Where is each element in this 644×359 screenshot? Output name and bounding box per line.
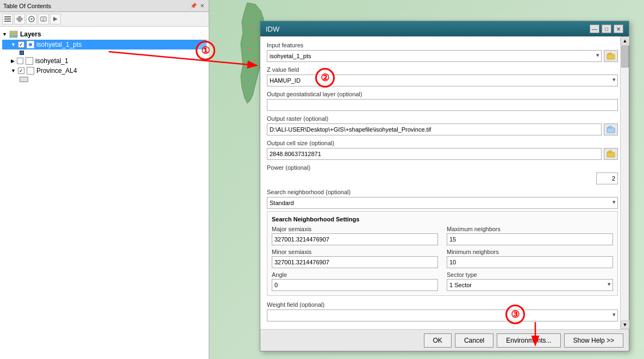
search-neighborhood-label: Search neighborhood (optional) [267,189,618,195]
output-raster-input[interactable] [267,123,602,135]
power-input[interactable] [596,172,618,184]
ok-button[interactable]: OK [424,333,452,348]
dialog-close-btn[interactable]: ✕ [614,24,623,33]
environments-button[interactable]: Environments... [497,333,560,348]
annotation-circle-1: ① [196,41,215,60]
toc-toolbar-btn-5[interactable] [50,14,61,24]
layer-icon-pts [27,41,34,48]
folder-icon-2 [607,126,615,133]
layer-checkbox-1[interactable] [18,41,24,48]
layer-item-province[interactable]: ▼ Province_AL4 [2,66,207,76]
dialog-titlebar: IDW — □ ✕ [260,21,629,36]
dialog-maximize-btn[interactable]: □ [602,24,611,33]
input-features-label: Input features [267,42,618,48]
output-cell-browse-btn[interactable] [604,148,618,160]
svg-point-11 [253,37,255,39]
output-cell-input[interactable] [267,148,602,160]
layer-expand-icon-1[interactable]: ▼ [11,42,16,47]
dialog-minimize-btn[interactable]: — [590,24,599,33]
layers-icon [9,30,18,39]
min-neighbors-input[interactable] [447,256,613,268]
weight-field-select-wrapper [267,310,618,321]
layer-name-3: Province_AL4 [36,67,77,75]
toc-title-icons: 📌 ✕ [189,2,205,9]
search-neighborhood-row: Standard Smooth One sector [267,197,618,209]
dialog-title: IDW [266,25,279,33]
search-neighborhood-select[interactable]: Standard Smooth One sector [267,197,618,209]
svg-point-13 [254,59,257,61]
annotation-circle-3: ③ [505,305,525,324]
toc-titlebar: Table Of Contents 📌 ✕ [0,0,209,12]
layer-item-isohyetal[interactable]: ▶ isohyetal_1 [2,56,207,66]
angle-field: Angle [272,271,438,291]
sector-type-select[interactable]: 1 Sector 4 Sectors 4 Sectors Shifted 8 S… [447,279,613,291]
svg-rect-18 [607,152,615,157]
min-neighbors-field: Minimum neighbors [447,249,613,268]
angle-input[interactable] [272,279,438,291]
svg-rect-17 [607,128,615,133]
svg-rect-8 [10,33,17,35]
svg-rect-9 [10,31,17,33]
scroll-thumb[interactable] [621,46,629,67]
svg-rect-1 [4,18,11,20]
svg-point-12 [249,48,251,50]
svg-rect-16 [607,54,615,59]
input-features-browse-btn[interactable] [604,50,618,62]
max-neighbors-input[interactable] [447,233,613,245]
layer-expand-icon-2[interactable]: ▶ [11,58,15,64]
dialog-title-icons: — □ ✕ [590,24,623,33]
layer-checkbox-2[interactable] [17,58,23,64]
weight-field-label: Weight field (optional) [267,301,618,308]
cancel-button[interactable]: Cancel [455,333,493,348]
sector-type-field: Sector type 1 Sector 4 Sectors 4 Sectors… [447,271,613,291]
layers-label: Layers [20,30,41,38]
minor-semiaxis-label: Minor semiaxis [272,249,438,255]
max-neighbors-label: Maximum neighbors [447,226,613,232]
toc-content: ▼ Layers ▼ isohyetal_1_pts ▶ isohyet [0,27,209,359]
neighborhood-settings: Search Neighborhood Settings Major semia… [267,211,618,296]
layer-name-2: isohyetal_1 [35,57,68,65]
neighborhood-settings-label: Search Neighborhood Settings [272,216,613,222]
input-features-select[interactable]: isohyetal_1_pts [267,50,602,62]
toc-toolbar-btn-3[interactable] [26,14,37,24]
layer-icon-poly-2 [27,67,34,75]
power-label: Power (optional) [267,164,618,171]
output-geo-input[interactable] [267,99,618,111]
scroll-down-btn[interactable]: ▼ [621,320,629,329]
toc-toolbar-btn-2[interactable] [14,14,25,24]
layer-name-1: isohyetal_1_pts [36,41,82,48]
layer-expand-icon-3[interactable]: ▼ [11,68,16,73]
toc-title: Table Of Contents [3,3,51,9]
pin-icon[interactable]: 📌 [189,2,198,9]
major-semiaxis-field: Major semiaxis [272,226,438,245]
output-raster-browse-btn[interactable] [604,123,618,135]
search-neighborhood-select-wrapper: Standard Smooth One sector [267,197,618,209]
sector-type-label: Sector type [447,271,613,278]
output-raster-label: Output raster (optional) [267,115,618,122]
toc-toolbar [0,12,209,27]
toc-toolbar-btn-4[interactable] [38,14,49,24]
output-geo-label: Output geostatistical layer (optional) [267,91,618,97]
output-cell-row [267,148,618,160]
major-semiaxis-input[interactable] [272,233,438,245]
angle-label: Angle [272,271,438,278]
minor-semiaxis-input[interactable] [272,256,438,268]
minor-semiaxis-field: Minor semiaxis [272,249,438,268]
scroll-up-btn[interactable]: ▲ [621,36,629,45]
dialog-scrollbar[interactable]: ▲ ▼ [620,36,629,329]
show-help-button[interactable]: Show Help >> [564,333,623,348]
toc-toolbar-btn-1[interactable] [2,14,13,24]
layer-item-isohyetal-pts[interactable]: ▼ isohyetal_1_pts [2,40,207,49]
dialog-footer: OK Cancel Environments... Show Help >> [260,329,629,351]
idw-dialog: IDW — □ ✕ Input features isohyetal_1_pts [260,21,629,351]
power-row [267,172,618,184]
layer-icon-poly [26,57,33,65]
input-features-row: isohyetal_1_pts [267,50,618,62]
layers-expand-icon[interactable]: ▼ [2,32,7,37]
weight-field-row [267,310,618,321]
output-raster-row [267,123,618,135]
output-geo-row [267,99,618,111]
weight-field-select[interactable] [267,310,618,321]
layer-checkbox-3[interactable] [18,67,24,74]
close-toc-icon[interactable]: ✕ [199,2,205,9]
